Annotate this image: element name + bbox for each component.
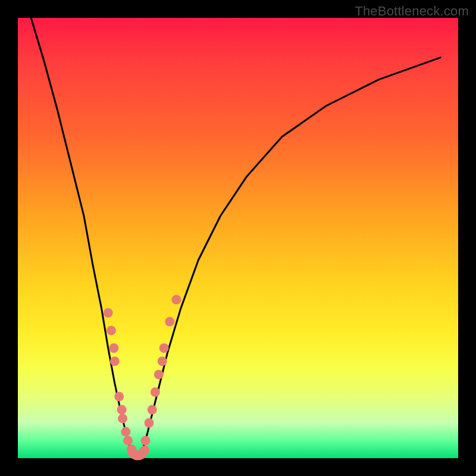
curve-svg (18, 18, 458, 458)
watermark-text: TheBottleneck.com (355, 4, 469, 19)
sample-dot (109, 343, 118, 353)
sample-dot (118, 414, 127, 423)
sample-dot (117, 405, 127, 415)
bottleneck-curve (31, 18, 440, 458)
sample-dot (123, 436, 133, 445)
chart-frame: TheBottleneck.com (0, 0, 476, 476)
sample-dot (159, 343, 169, 353)
plot-area (18, 18, 458, 458)
sample-dot (121, 427, 130, 437)
sample-dot (171, 295, 181, 305)
sample-dot (110, 356, 120, 366)
sample-dots (104, 295, 181, 461)
sample-dot (140, 446, 149, 455)
sample-dot (151, 387, 160, 397)
sample-dot (154, 369, 164, 379)
sample-dot (158, 356, 167, 366)
sample-dot (148, 405, 157, 415)
sample-dot (165, 317, 174, 327)
sample-dot (104, 308, 113, 318)
sample-dot (107, 325, 116, 335)
sample-dot (145, 418, 154, 428)
sample-dot (141, 436, 151, 445)
sample-dot (114, 392, 124, 401)
